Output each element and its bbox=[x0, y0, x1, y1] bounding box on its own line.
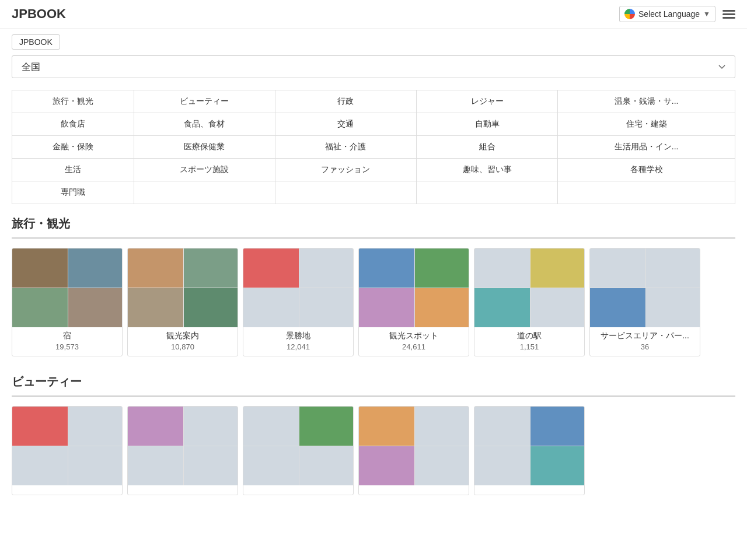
category-cell[interactable]: ファッション bbox=[275, 159, 416, 181]
category-cell[interactable] bbox=[417, 181, 558, 204]
card-image-cell bbox=[299, 407, 354, 446]
card-image-cell bbox=[184, 288, 239, 327]
card-image-cell bbox=[68, 446, 123, 485]
category-cell[interactable]: 温泉・銭湯・サ... bbox=[558, 90, 735, 113]
breadcrumb-tab[interactable]: JPBOOK bbox=[12, 34, 60, 50]
breadcrumb: JPBOOK bbox=[0, 29, 747, 55]
card[interactable] bbox=[243, 406, 354, 495]
category-cell[interactable]: 組合 bbox=[417, 136, 558, 159]
card[interactable] bbox=[474, 406, 585, 495]
card-image-cell bbox=[128, 446, 183, 485]
card-image-cell bbox=[415, 288, 470, 327]
card-image-cell bbox=[590, 249, 645, 288]
card-image-cell bbox=[12, 288, 68, 327]
card-name: 観光スポット bbox=[364, 331, 464, 341]
category-cell[interactable]: 医療保健業 bbox=[134, 136, 275, 159]
card-info: 道の駅1,151 bbox=[474, 327, 584, 356]
card-image-cell bbox=[68, 407, 123, 446]
menu-line-1 bbox=[722, 10, 735, 12]
card[interactable]: サービスエリア・パー...36 bbox=[589, 248, 700, 356]
category-cell[interactable]: 趣味、習い事 bbox=[417, 159, 558, 181]
category-cell[interactable]: 専門職 bbox=[12, 181, 134, 204]
category-cell[interactable]: 住宅・建築 bbox=[558, 113, 735, 136]
card-image-cell bbox=[590, 288, 645, 327]
card-image-cell bbox=[68, 249, 123, 288]
card-image-cell bbox=[243, 407, 299, 446]
card[interactable]: 景勝地12,041 bbox=[243, 248, 354, 356]
card-name: 宿 bbox=[17, 331, 117, 341]
card-image bbox=[474, 407, 585, 485]
card-image-cell bbox=[474, 407, 530, 446]
card-image-cell bbox=[646, 288, 701, 327]
card-image-cell bbox=[243, 249, 299, 288]
card[interactable]: 道の駅1,151 bbox=[474, 248, 585, 356]
category-cell[interactable]: 行政 bbox=[275, 90, 416, 113]
category-cell[interactable]: 金融・保険 bbox=[12, 136, 134, 159]
category-cell[interactable]: 生活用品・イン... bbox=[558, 136, 735, 159]
category-cell[interactable]: 各種学校 bbox=[558, 159, 735, 181]
card-info: 観光案内10,870 bbox=[128, 327, 238, 356]
card-image-cell bbox=[530, 446, 585, 485]
google-icon bbox=[624, 9, 635, 19]
beauty-section-title: ビューティー bbox=[12, 374, 735, 396]
card-name: 景勝地 bbox=[248, 331, 348, 341]
card-image-cell bbox=[243, 446, 299, 485]
card-image-cell bbox=[474, 288, 530, 327]
card[interactable]: 宿19,573 bbox=[12, 248, 123, 356]
language-arrow-icon: ▼ bbox=[703, 10, 710, 18]
category-cell[interactable]: レジャー bbox=[417, 90, 558, 113]
category-cell[interactable] bbox=[558, 181, 735, 204]
card-image-cell bbox=[359, 288, 414, 327]
card-image-cell bbox=[359, 446, 414, 485]
card[interactable]: 観光案内10,870 bbox=[127, 248, 238, 356]
card[interactable] bbox=[127, 406, 238, 495]
category-cell[interactable]: 福祉・介護 bbox=[275, 136, 416, 159]
card-image-cell bbox=[128, 407, 183, 446]
category-cell[interactable]: スポーツ施設 bbox=[134, 159, 275, 181]
card-image bbox=[359, 407, 469, 485]
card-image bbox=[128, 407, 238, 485]
menu-icon[interactable] bbox=[722, 10, 735, 19]
card-image-cell bbox=[128, 249, 183, 288]
card-info bbox=[12, 485, 122, 495]
category-cell[interactable]: 食品、食材 bbox=[134, 113, 275, 136]
card-image-cell bbox=[646, 249, 701, 288]
card-image bbox=[590, 249, 700, 327]
menu-line-3 bbox=[722, 17, 735, 19]
card-count: 1,151 bbox=[479, 342, 580, 351]
category-cell[interactable]: 生活 bbox=[12, 159, 134, 181]
category-cell[interactable]: 自動車 bbox=[417, 113, 558, 136]
card-info bbox=[128, 485, 238, 495]
category-cell[interactable]: 旅行・観光 bbox=[12, 90, 134, 113]
card-image-cell bbox=[415, 249, 470, 288]
card-image-cell bbox=[474, 446, 530, 485]
card-name: 観光案内 bbox=[132, 331, 233, 341]
category-cell[interactable]: 交通 bbox=[275, 113, 416, 136]
region-dropdown[interactable]: 全国北海道東北関東中部近畿中国四国九州沖縄 bbox=[12, 55, 735, 78]
category-cell[interactable]: ビューティー bbox=[134, 90, 275, 113]
card[interactable] bbox=[12, 406, 123, 495]
card-info bbox=[359, 485, 469, 495]
card-image-cell bbox=[184, 249, 239, 288]
travel-section: 旅行・観光 bbox=[12, 216, 735, 237]
header: JPBOOK Select Language ▼ bbox=[0, 0, 747, 29]
card-name: サービスエリア・パー... bbox=[595, 331, 695, 341]
category-cell[interactable] bbox=[134, 181, 275, 204]
category-cell[interactable]: 飲食店 bbox=[12, 113, 134, 136]
category-cell[interactable] bbox=[275, 181, 416, 204]
card-image-cell bbox=[12, 407, 68, 446]
logo: JPBOOK bbox=[12, 6, 66, 22]
card[interactable] bbox=[358, 406, 469, 495]
card-info bbox=[474, 485, 584, 495]
menu-line-2 bbox=[722, 13, 735, 15]
language-selector[interactable]: Select Language ▼ bbox=[619, 6, 715, 22]
card-count: 24,611 bbox=[364, 342, 464, 351]
card-image-cell bbox=[243, 288, 299, 327]
card-image-cell bbox=[184, 407, 239, 446]
card-image-cell bbox=[299, 446, 354, 485]
card-image-cell bbox=[359, 249, 414, 288]
card[interactable]: 観光スポット24,611 bbox=[358, 248, 469, 356]
card-image-cell bbox=[474, 249, 530, 288]
card-image-cell bbox=[12, 446, 68, 485]
card-image-cell bbox=[415, 446, 470, 485]
